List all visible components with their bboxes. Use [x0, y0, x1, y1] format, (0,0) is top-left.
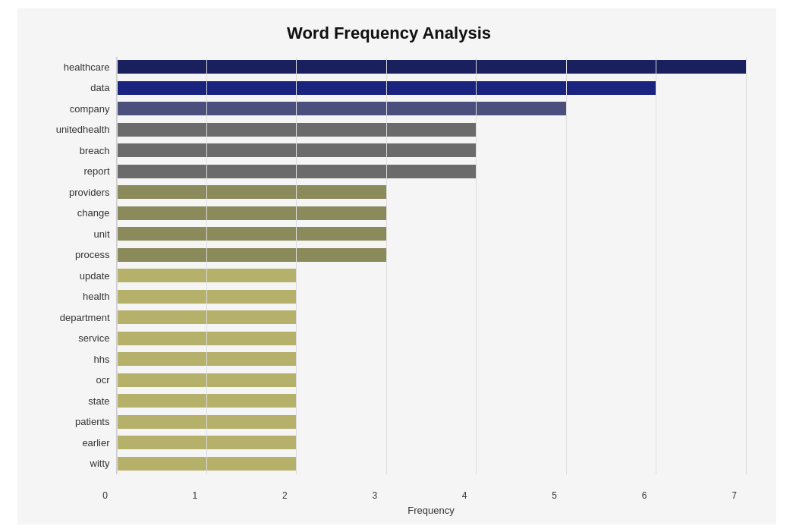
grid-line: [566, 57, 567, 474]
x-tick-label: 2: [273, 490, 296, 501]
y-label: health: [33, 288, 110, 305]
y-label: patients: [33, 414, 110, 430]
bars-area: 01234567 Frequency: [116, 57, 746, 474]
bar-row: [117, 267, 746, 284]
grid-line: [386, 57, 387, 474]
x-tick-label: 1: [184, 490, 206, 501]
y-label: providers: [33, 184, 110, 200]
y-label: unit: [33, 225, 110, 242]
bar: [117, 206, 386, 220]
y-label: unitedhealth: [33, 121, 110, 138]
y-label: hhs: [33, 351, 110, 367]
bar: [117, 81, 656, 95]
grid-line: [656, 57, 656, 474]
x-tick-label: 3: [363, 490, 386, 501]
bar-row: [117, 205, 746, 222]
y-label: update: [33, 267, 110, 284]
y-label: state: [33, 392, 110, 409]
bar-row: [117, 351, 746, 367]
bar-row: [117, 142, 746, 159]
bar-row: [117, 434, 746, 451]
grid-lines: [117, 57, 746, 474]
bar: [117, 165, 477, 178]
y-label: department: [33, 309, 110, 326]
bar: [117, 310, 297, 324]
x-tick-label: 7: [723, 490, 746, 501]
bar-row: [117, 247, 746, 263]
bar: [117, 185, 386, 199]
y-label: company: [33, 100, 110, 117]
bar: [117, 352, 297, 366]
bar-row: [117, 121, 746, 138]
x-axis-title: Frequency: [408, 505, 454, 516]
bar-row: [117, 80, 746, 96]
bar: [117, 457, 297, 471]
grid-line: [296, 57, 297, 474]
bar-row: [117, 330, 746, 347]
bar-row: [117, 225, 746, 242]
bar: [117, 248, 386, 262]
bar-row: [117, 58, 746, 75]
bar: [117, 269, 297, 282]
bar: [117, 123, 477, 137]
bar-row: [117, 184, 746, 200]
bar-row: [117, 163, 746, 180]
bar: [117, 290, 297, 304]
bar-row: [117, 288, 746, 305]
bar-row: [117, 309, 746, 326]
bar: [117, 415, 297, 429]
y-axis: healthcaredatacompanyunitedhealthbreachr…: [33, 57, 116, 474]
bar: [117, 60, 746, 74]
chart-title: Word Frequency Analysis: [33, 24, 746, 43]
bar: [117, 227, 386, 241]
chart-area: healthcaredatacompanyunitedhealthbreachr…: [33, 57, 746, 474]
y-label: process: [33, 247, 110, 263]
grid-line: [476, 57, 477, 474]
x-tick-label: 5: [543, 490, 566, 501]
x-tick-label: 0: [94, 490, 117, 501]
bar: [117, 332, 297, 345]
bar: [117, 436, 297, 449]
bar-row: [117, 392, 746, 409]
grid-line: [206, 57, 207, 474]
y-label: breach: [33, 142, 110, 159]
y-label: service: [33, 330, 110, 347]
bar-row: [117, 455, 746, 472]
bar-row: [117, 414, 746, 430]
y-label: earlier: [33, 434, 110, 451]
y-label: report: [33, 163, 110, 180]
y-label: healthcare: [33, 58, 110, 75]
grid-line: [746, 57, 747, 474]
grid-line: [117, 57, 118, 474]
x-tick-label: 4: [453, 490, 476, 501]
bar: [117, 102, 566, 115]
chart-container: Word Frequency Analysis healthcaredataco…: [17, 8, 776, 524]
bar: [117, 373, 297, 387]
bar: [117, 143, 477, 157]
y-label: ocr: [33, 372, 110, 389]
y-label: data: [33, 80, 110, 96]
bar-row: [117, 372, 746, 389]
x-tick-label: 6: [633, 490, 656, 501]
bar-row: [117, 100, 746, 117]
y-label: witty: [33, 455, 110, 472]
y-label: change: [33, 205, 110, 222]
bar: [117, 394, 297, 408]
